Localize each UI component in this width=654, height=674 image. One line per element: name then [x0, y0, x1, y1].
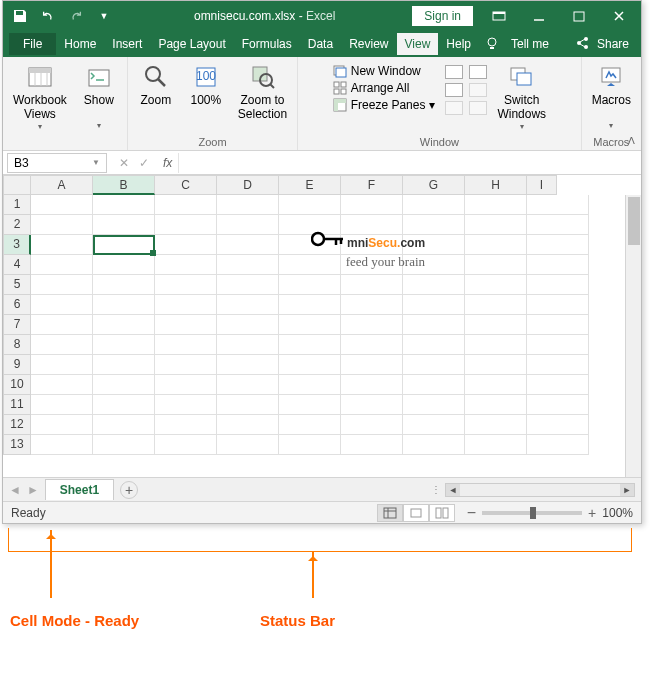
scroll-right-icon[interactable]: ► [620, 484, 634, 496]
cell[interactable] [93, 315, 155, 335]
cell[interactable] [341, 275, 403, 295]
cell[interactable] [527, 195, 589, 215]
zoom-level[interactable]: 100% [602, 506, 633, 520]
cell[interactable] [217, 355, 279, 375]
cell[interactable] [341, 375, 403, 395]
col-header[interactable]: I [527, 175, 557, 195]
cell[interactable] [155, 295, 217, 315]
cell[interactable] [527, 235, 589, 255]
sheet-next-icon[interactable]: ► [27, 483, 39, 497]
share-button[interactable]: Share [591, 33, 635, 55]
tab-page-layout[interactable]: Page Layout [150, 33, 233, 55]
zoom-thumb[interactable] [530, 507, 536, 519]
cell[interactable] [217, 335, 279, 355]
cell[interactable] [465, 275, 527, 295]
enter-formula-icon[interactable]: ✓ [135, 156, 153, 170]
cell[interactable] [341, 295, 403, 315]
reset-pos-button[interactable] [469, 101, 487, 115]
macros-button[interactable]: Macros▾ [588, 61, 635, 132]
col-header[interactable]: C [155, 175, 217, 195]
cell[interactable] [93, 195, 155, 215]
cell[interactable] [217, 295, 279, 315]
undo-icon[interactable] [35, 3, 61, 29]
maximize-icon[interactable] [561, 3, 597, 29]
tell-me[interactable]: Tell me [505, 33, 555, 55]
cell[interactable] [403, 435, 465, 455]
cell[interactable] [93, 375, 155, 395]
cell[interactable] [527, 395, 589, 415]
row-header[interactable]: 12 [3, 415, 31, 435]
tab-data[interactable]: Data [300, 33, 341, 55]
cell[interactable] [465, 255, 527, 275]
cell[interactable] [217, 215, 279, 235]
cell[interactable] [465, 355, 527, 375]
normal-view-icon[interactable] [377, 504, 403, 522]
cell[interactable] [93, 215, 155, 235]
cell[interactable] [527, 275, 589, 295]
zoom-100-button[interactable]: 100 100% [184, 61, 228, 109]
cell[interactable] [403, 315, 465, 335]
cell[interactable] [155, 375, 217, 395]
cell[interactable] [31, 235, 93, 255]
cell[interactable] [31, 395, 93, 415]
horizontal-scrollbar[interactable]: ◄ ► [445, 483, 635, 497]
cell[interactable] [279, 355, 341, 375]
cell[interactable] [155, 335, 217, 355]
cell[interactable] [341, 335, 403, 355]
cell[interactable] [31, 355, 93, 375]
col-header[interactable]: F [341, 175, 403, 195]
formula-input[interactable] [178, 153, 641, 173]
cell[interactable] [155, 415, 217, 435]
sign-in-button[interactable]: Sign in [412, 6, 473, 26]
cell[interactable] [465, 215, 527, 235]
sheet-tab[interactable]: Sheet1 [45, 479, 114, 500]
cell[interactable] [341, 435, 403, 455]
collapse-ribbon-icon[interactable]: ᐱ [628, 135, 635, 146]
cell[interactable] [31, 435, 93, 455]
cell[interactable] [403, 355, 465, 375]
cell[interactable] [279, 415, 341, 435]
cell[interactable] [93, 235, 155, 255]
cell[interactable] [465, 395, 527, 415]
cancel-formula-icon[interactable]: ✕ [115, 156, 133, 170]
cell[interactable] [341, 355, 403, 375]
minimize-icon[interactable] [521, 3, 557, 29]
cell[interactable] [217, 375, 279, 395]
select-all-corner[interactable] [3, 175, 31, 195]
unhide-button[interactable] [445, 101, 463, 115]
cell[interactable] [155, 355, 217, 375]
cell[interactable] [279, 375, 341, 395]
workbook-views-button[interactable]: Workbook Views▾ [9, 61, 71, 133]
cell[interactable] [341, 315, 403, 335]
cell[interactable] [155, 395, 217, 415]
cell[interactable] [279, 275, 341, 295]
row-header[interactable]: 10 [3, 375, 31, 395]
row-header[interactable]: 2 [3, 215, 31, 235]
cell[interactable] [403, 415, 465, 435]
tab-home[interactable]: Home [56, 33, 104, 55]
cell[interactable] [465, 295, 527, 315]
col-header[interactable]: B [93, 175, 155, 195]
switch-windows-button[interactable]: Switch Windows▾ [493, 61, 550, 133]
close-icon[interactable] [601, 3, 637, 29]
col-header[interactable]: G [403, 175, 465, 195]
cell[interactable] [403, 335, 465, 355]
cell[interactable] [465, 415, 527, 435]
cell[interactable] [465, 195, 527, 215]
cell[interactable] [93, 355, 155, 375]
row-header[interactable]: 5 [3, 275, 31, 295]
cell[interactable] [341, 195, 403, 215]
zoom-button[interactable]: Zoom [134, 61, 178, 109]
row-header[interactable]: 13 [3, 435, 31, 455]
cell[interactable] [341, 395, 403, 415]
row-header[interactable]: 11 [3, 395, 31, 415]
tab-formulas[interactable]: Formulas [234, 33, 300, 55]
page-layout-view-icon[interactable] [403, 504, 429, 522]
cell[interactable] [93, 415, 155, 435]
hide-button[interactable] [445, 83, 463, 97]
scroll-left-icon[interactable]: ◄ [446, 484, 460, 496]
cell[interactable] [217, 315, 279, 335]
cell[interactable] [527, 435, 589, 455]
cell[interactable] [217, 255, 279, 275]
tab-insert[interactable]: Insert [104, 33, 150, 55]
